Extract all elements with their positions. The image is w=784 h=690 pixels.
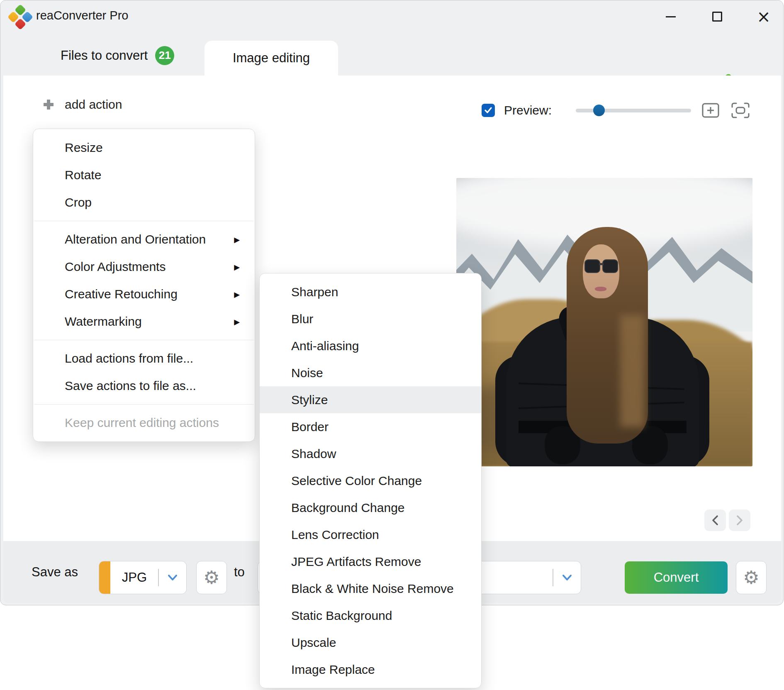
convert-settings-button[interactable]: ⚙: [736, 561, 767, 594]
add-action-menu: Resize ▶ Rotate ▶ Crop ▶ Alteration and …: [33, 129, 255, 442]
effects-submenu: Sharpen ▶ Blur ▶ Anti-aliasing ▶ Noise ▶…: [259, 273, 482, 688]
menu-item-label: Alteration and Orientation: [65, 232, 234, 246]
menu-item[interactable]: Anti-aliasing ▶: [260, 332, 481, 359]
tab-image-editing[interactable]: Image editing: [205, 41, 338, 76]
format-color-stripe: [99, 561, 110, 594]
menu-item[interactable]: Crop ▶: [33, 189, 255, 216]
fullscreen-button[interactable]: [730, 100, 751, 121]
menu-item[interactable]: Rotate ▶: [33, 161, 255, 189]
menu-item-label: Keep current editing actions: [65, 416, 240, 430]
plus-icon: [42, 98, 55, 111]
menu-item[interactable]: JPEG Artifacts Remove ▶: [260, 548, 481, 575]
menu-item[interactable]: Selective Color Change ▶: [260, 467, 481, 494]
menu-item-label: Background Change: [291, 501, 466, 515]
menu-item-label: Selective Color Change: [291, 474, 466, 488]
app-logo-icon: [7, 4, 33, 30]
minimize-icon: [666, 16, 676, 17]
format-settings-button[interactable]: ⚙: [196, 561, 227, 594]
menu-separator: [34, 340, 254, 340]
menu-item[interactable]: Color Adjustments ▶: [33, 253, 255, 280]
titlebar: reaConverter Pro ×: [0, 0, 783, 35]
format-dropdown[interactable]: JPG: [99, 561, 187, 594]
combo-divider: [158, 569, 159, 586]
tab-label: Image editing: [233, 51, 310, 66]
zoom-actual-size-button[interactable]: [700, 100, 721, 121]
menu-item[interactable]: Save actions to file as... ▶: [33, 372, 255, 400]
menu-item-label: Upscale: [291, 636, 466, 650]
add-action-button[interactable]: add action: [42, 98, 122, 112]
preview-zoom-slider[interactable]: [576, 104, 691, 117]
convert-button[interactable]: Convert: [625, 561, 728, 594]
menu-item-label: Anti-aliasing: [291, 339, 466, 353]
menu-item-label: JPEG Artifacts Remove: [291, 555, 466, 569]
menu-item[interactable]: Stylize ▶: [260, 386, 481, 413]
menu-item-label: Sharpen: [291, 285, 466, 299]
menu-separator: [34, 404, 254, 405]
submenu-arrow-icon: ▶: [234, 290, 240, 299]
menu-item[interactable]: Upscale ▶: [260, 629, 481, 656]
menu-item[interactable]: Static Background ▶: [260, 602, 481, 629]
format-value: JPG: [116, 561, 153, 594]
gear-icon: ⚙: [203, 568, 219, 587]
add-action-label: add action: [65, 98, 122, 112]
file-count-badge: 21: [155, 46, 174, 65]
tab-label: Files to convert: [61, 48, 148, 63]
maximize-icon: [712, 12, 722, 22]
window-controls: ×: [661, 7, 773, 26]
menu-item[interactable]: Border ▶: [260, 413, 481, 440]
menu-item-label: Border: [291, 420, 466, 434]
menu-item-label: Crop: [65, 195, 240, 210]
slider-thumb[interactable]: [593, 105, 605, 116]
chevron-down-icon: [166, 572, 180, 583]
menu-item-label: Save actions to file as...: [65, 379, 240, 393]
menu-item-label: Image Replace: [291, 663, 466, 677]
menu-item[interactable]: Blur ▶: [260, 305, 481, 332]
menu-item[interactable]: Sharpen ▶: [260, 278, 481, 305]
menu-item-label: Static Background: [291, 609, 466, 623]
menu-item-label: Noise: [291, 366, 466, 380]
submenu-arrow-icon: ▶: [234, 317, 240, 326]
preview-controls: Preview:: [482, 100, 751, 121]
menu-item-label: Rotate: [65, 168, 240, 182]
menu-item[interactable]: Keep current editing actions ▶: [33, 409, 255, 436]
chevron-down-icon: [560, 572, 574, 583]
tab-files-to-convert[interactable]: Files to convert 21: [61, 35, 174, 76]
menu-item[interactable]: Background Change ▶: [260, 494, 481, 521]
gear-icon: ⚙: [743, 568, 759, 587]
menu-item[interactable]: Lens Correction ▶: [260, 521, 481, 548]
to-label: to: [234, 565, 245, 580]
menu-item[interactable]: Black & White Noise Remove ▶: [260, 575, 481, 602]
menu-item[interactable]: Image Replace ▶: [260, 656, 481, 683]
page: reaConverter Pro × Files to convert 21 I…: [0, 0, 784, 690]
menu-item-label: Shadow: [291, 447, 466, 461]
preview-checkbox[interactable]: [482, 104, 495, 117]
previous-image-button[interactable]: [704, 510, 726, 531]
menu-item-label: Lens Correction: [291, 528, 466, 542]
sunglasses-lens: [602, 259, 618, 273]
sunglasses-bridge: [599, 263, 604, 265]
minimize-button[interactable]: [661, 7, 680, 26]
maximize-button[interactable]: [708, 7, 727, 26]
menu-item[interactable]: Creative Retouching ▶: [33, 280, 255, 308]
menu-item[interactable]: Shadow ▶: [260, 440, 481, 467]
preview-label: Preview:: [504, 103, 552, 117]
next-image-button[interactable]: [729, 510, 750, 531]
save-as-label: Save as: [32, 565, 78, 580]
menu-item-label: Watermarking: [65, 315, 234, 329]
person-hair-highlight: [620, 315, 644, 427]
fullscreen-icon: [730, 101, 750, 120]
menu-item[interactable]: Watermarking ▶: [33, 308, 255, 335]
close-icon: ×: [757, 8, 771, 25]
menu-item[interactable]: Resize ▶: [33, 134, 255, 161]
menu-item[interactable]: Alteration and Orientation ▶: [33, 226, 255, 253]
menu-item-label: Black & White Noise Remove: [291, 582, 466, 596]
close-button[interactable]: ×: [754, 7, 773, 26]
app-title: reaConverter Pro: [36, 9, 128, 22]
tab-bar: Files to convert 21 Image editing: [0, 35, 783, 76]
menu-item-label: Blur: [291, 312, 466, 326]
menu-item[interactable]: Load actions from file... ▶: [33, 345, 255, 372]
preview-image: [456, 178, 752, 466]
menu-item[interactable]: Noise ▶: [260, 359, 481, 386]
chevron-right-icon: [734, 514, 745, 527]
menu-item-label: Color Adjustments: [65, 260, 234, 274]
